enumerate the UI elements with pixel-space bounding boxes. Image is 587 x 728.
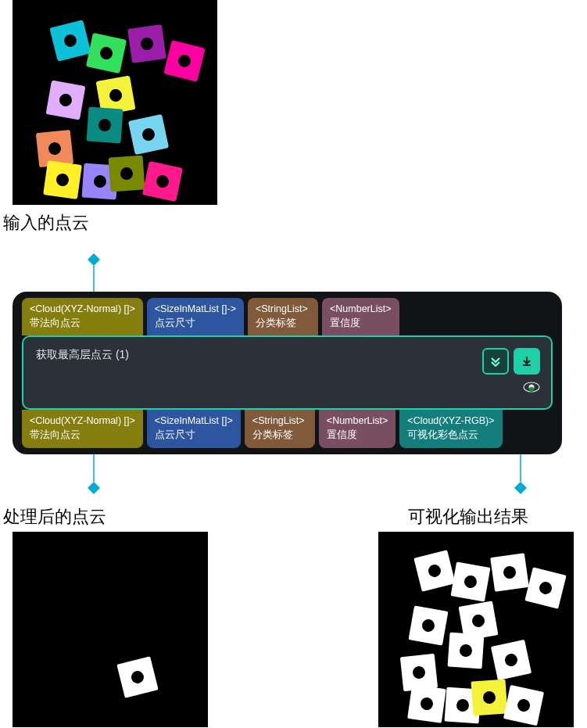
output-port-4[interactable]: <Cloud(XYZ-RGB)>可视化彩色点云 <box>399 410 502 447</box>
sample-square <box>46 81 86 120</box>
output-ports-row: <Cloud(XYZ-Normal) []>带法向点云<SizeInMatLis… <box>19 410 556 447</box>
sample-square <box>407 684 446 723</box>
visibility-eye-icon[interactable] <box>523 381 540 397</box>
sample-square <box>413 550 455 591</box>
sample-square <box>127 24 166 63</box>
input-caption: 输入的点云 <box>3 211 89 235</box>
port-label: 点云尺寸 <box>155 316 236 330</box>
svg-marker-0 <box>88 253 100 266</box>
processed-caption: 处理后的点云 <box>3 505 106 529</box>
import-down-button[interactable] <box>514 348 540 375</box>
port-type: <NumberList> <box>330 303 392 316</box>
input-port-2[interactable]: <StringList>分类标签 <box>248 298 318 335</box>
port-label: 置信度 <box>327 428 388 442</box>
sample-square <box>471 680 508 716</box>
port-label: 带法向点云 <box>30 316 135 330</box>
port-type: <Cloud(XYZ-RGB)> <box>407 414 494 428</box>
processed-pointcloud-preview <box>13 532 208 727</box>
sample-square <box>451 562 491 602</box>
svg-point-9 <box>529 387 534 392</box>
sample-square <box>490 553 529 592</box>
node-block: <Cloud(XYZ-Normal) []>带法向点云<SizeInMatLis… <box>13 292 562 454</box>
port-type: <Cloud(XYZ-Normal) []> <box>30 414 135 428</box>
port-label: 点云尺寸 <box>155 428 233 442</box>
port-label: 置信度 <box>330 316 392 330</box>
port-label: 分类标签 <box>252 428 307 442</box>
input-port-1[interactable]: <SizeInMatList []->点云尺寸 <box>147 298 244 335</box>
sample-square <box>49 20 91 61</box>
input-ports-row: <Cloud(XYZ-Normal) []>带法向点云<SizeInMatLis… <box>19 298 556 335</box>
sample-square <box>448 633 485 669</box>
sample-square <box>109 156 145 192</box>
sample-square <box>503 685 544 726</box>
input-pointcloud-preview <box>13 0 217 205</box>
port-type: <StringList> <box>256 303 310 316</box>
port-type: <SizeInMatList []> <box>155 414 233 428</box>
input-port-0[interactable]: <Cloud(XYZ-Normal) []>带法向点云 <box>22 298 143 335</box>
port-type: <NumberList> <box>327 414 388 428</box>
sample-square <box>524 567 566 608</box>
sample-square <box>409 606 449 646</box>
sample-square <box>43 160 82 199</box>
sample-square <box>116 656 158 698</box>
visual-caption: 可视化输出结果 <box>408 505 528 529</box>
node-body[interactable]: 获取最高层点云 (1) <box>22 335 553 410</box>
sample-square <box>163 40 205 81</box>
port-label: 分类标签 <box>256 316 310 330</box>
svg-marker-6 <box>514 482 527 494</box>
svg-marker-3 <box>88 482 100 494</box>
node-title: 获取最高层点云 (1) <box>36 348 129 362</box>
sample-square <box>87 107 123 144</box>
port-label: 可视化彩色点云 <box>407 428 494 442</box>
output-port-1[interactable]: <SizeInMatList []>点云尺寸 <box>147 410 241 447</box>
output-port-0[interactable]: <Cloud(XYZ-Normal) []>带法向点云 <box>22 410 143 447</box>
sample-square <box>86 33 127 74</box>
port-type: <StringList> <box>252 414 307 428</box>
sample-square <box>491 640 532 680</box>
port-label: 带法向点云 <box>30 428 135 442</box>
visual-pointcloud-preview <box>378 532 574 727</box>
sample-square <box>142 161 183 202</box>
output-port-2[interactable]: <StringList>分类标签 <box>245 410 315 447</box>
port-type: <SizeInMatList []-> <box>155 303 236 316</box>
expand-down-button[interactable] <box>482 348 509 375</box>
output-port-3[interactable]: <NumberList>置信度 <box>319 410 396 447</box>
input-port-3[interactable]: <NumberList>置信度 <box>322 298 399 335</box>
port-type: <Cloud(XYZ-Normal) []> <box>30 303 135 316</box>
sample-square <box>128 114 169 155</box>
